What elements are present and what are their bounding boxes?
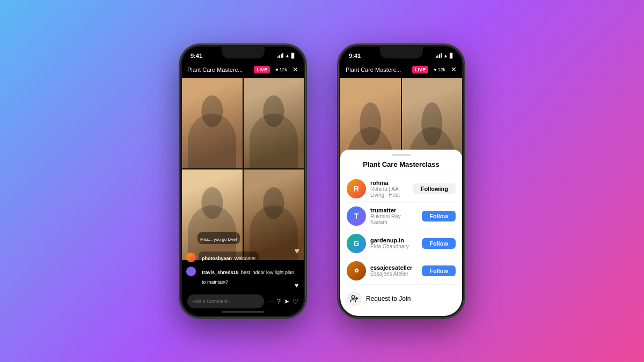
user-info-essajees: essajeesatelier Essajees Atelier	[370, 264, 418, 277]
close-btn-1[interactable]: ✕	[292, 65, 298, 73]
user-row-trumatter: T trumatter Rukmini Ray Kadam Follow	[347, 203, 456, 230]
avatar-rohina: R	[347, 179, 366, 198]
handle-essajees: essajeesatelier	[370, 264, 418, 271]
live-title-2: Plant Care Masterc...	[346, 67, 401, 73]
follow-btn-trumatter[interactable]: Follow	[422, 211, 456, 221]
notch-2	[380, 47, 423, 58]
request-join[interactable]: Request to Join	[340, 287, 462, 311]
viewer-number-1: 12k	[279, 67, 287, 72]
handle-rohina: rohina	[370, 180, 409, 186]
comment-input-1[interactable]	[187, 294, 264, 308]
video-cell-3: Miss... you go Live!	[182, 169, 243, 260]
request-join-icon	[347, 291, 362, 306]
avatar-trumatter: T	[347, 206, 366, 226]
subtitle-rohina: Rohina | AA Living · Host	[370, 186, 409, 198]
send-icon[interactable]: ➤	[284, 298, 289, 305]
battery-icon-2: ▊	[450, 53, 453, 58]
heart-icon-comment: ♥	[295, 282, 298, 289]
svg-point-0	[352, 295, 354, 298]
comment-2: travis_shreds18 best indoor low light pl…	[186, 265, 299, 287]
commenter-avatar-1	[186, 253, 196, 262]
user-info-rohina: rohina Rohina | AA Living · Host	[370, 180, 409, 198]
follow-btn-gardenup[interactable]: Follow	[422, 238, 456, 249]
subtitle-trumatter: Rukmini Ray Kadam	[370, 213, 418, 225]
wifi-icon-1: ▲	[285, 53, 290, 58]
comment-message-1: Welcome!	[234, 256, 255, 261]
phone-1: 9:41 ▲ ▊ Plant Care Masterc... LIVE ♥ 12…	[180, 45, 306, 318]
phone-1-screen: 9:41 ▲ ▊ Plant Care Masterc... LIVE ♥ 12…	[182, 47, 304, 316]
sheet-handle	[392, 154, 411, 156]
person-1-silhouette	[182, 78, 243, 168]
person-2-silhouette	[244, 78, 304, 168]
person-3-silhouette	[182, 169, 243, 260]
notch-1	[222, 47, 265, 58]
live-badge-2: LIVE	[412, 66, 428, 73]
phone-2-screen: 9:41 ▲ ▊ Plant Care Masterc... LIVE ♥ 12…	[340, 47, 462, 316]
user-row-rohina: R rohina Rohina | AA Living · Host Follo…	[347, 175, 456, 203]
battery-icon-1: ▊	[291, 53, 295, 58]
bottom-icons-1: ? ➤ ♡	[277, 298, 298, 305]
status-icons-1: ▲ ▊	[277, 53, 295, 58]
bottom-bar-1: ··· ? ➤ ♡	[182, 291, 304, 312]
subtitle-gardenup: Ekta Chaudhary	[370, 243, 418, 249]
video-cell-4: ♥	[244, 169, 304, 260]
viewer-count-1: ♥ 12k	[273, 66, 290, 73]
status-time-2: 9:41	[349, 53, 361, 59]
wifi-icon-2: ▲	[443, 53, 448, 58]
close-btn-2[interactable]: ✕	[451, 65, 457, 73]
overlay-text: Miss... you go Live!	[200, 237, 237, 242]
viewer-number-2: 12k	[437, 67, 445, 72]
video-grid-1: Miss... you go Live! ♥	[182, 78, 304, 260]
request-join-label: Request to Join	[366, 295, 411, 302]
sheet-title: Plant Care Masterclass	[340, 158, 462, 173]
video-cell-2	[244, 78, 304, 168]
heart-viewer-icon-2: ♥	[434, 67, 436, 72]
user-row-gardenup: G gardenup.in Ekta Chaudhary Follow	[347, 230, 456, 257]
subtitle-essajees: Essajees Atelier	[370, 271, 418, 277]
user-info-trumatter: trumatter Rukmini Ray Kadam	[370, 207, 418, 225]
signal-icon-2	[436, 54, 442, 58]
commenter-avatar-2	[186, 267, 196, 276]
follow-btn-essajees[interactable]: Follow	[422, 265, 456, 276]
comment-1: photosbyean Welcome!	[186, 252, 299, 263]
signal-icon-1	[277, 54, 283, 58]
more-icon-1[interactable]: ···	[268, 298, 273, 304]
avatar-essajees: ✿	[347, 261, 366, 280]
live-badge-area-1: LIVE ♥ 12k ✕	[254, 65, 298, 73]
commenter-name-1: photosbyean	[202, 256, 232, 261]
question-icon[interactable]: ?	[277, 298, 281, 305]
user-list: R rohina Rohina | AA Living · Host Follo…	[340, 173, 462, 287]
live-badge-1: LIVE	[254, 66, 270, 73]
status-icons-2: ▲ ▊	[436, 53, 453, 58]
status-time-1: 9:41	[191, 53, 202, 59]
bottom-sheet: Plant Care Masterclass R rohina Rohina |…	[340, 150, 462, 316]
commenter-name-2: travis_shreds18	[202, 270, 239, 275]
comment-text-1: photosbyean Welcome!	[199, 252, 259, 263]
video-cell-1	[182, 78, 243, 168]
comment-text-2: travis_shreds18 best indoor low light pl…	[199, 265, 299, 287]
viewer-count-2: ♥ 12k	[431, 66, 448, 73]
handle-gardenup: gardenup.in	[370, 237, 418, 243]
handle-trumatter: trumatter	[370, 207, 418, 213]
user-info-gardenup: gardenup.in Ekta Chaudhary	[370, 237, 418, 249]
live-title-1: Plant Care Masterc...	[187, 67, 243, 73]
live-header-2: Plant Care Masterc... LIVE ♥ 12k ✕	[340, 62, 462, 78]
following-btn-rohina[interactable]: Following	[413, 183, 456, 194]
heart-bottom-icon[interactable]: ♡	[292, 298, 298, 305]
avatar-gardenup: G	[347, 234, 366, 253]
live-badge-area-2: LIVE ♥ 12k ✕	[412, 65, 457, 73]
phone-2: 9:41 ▲ ▊ Plant Care Masterc... LIVE ♥ 12…	[338, 45, 464, 318]
live-header-1: Plant Care Masterc... LIVE ♥ 12k ✕	[182, 62, 304, 78]
comments-overlay-1: photosbyean Welcome! travis_shreds18 bes…	[182, 252, 304, 289]
user-row-essajees: ✿ essajeesatelier Essajees Atelier Follo…	[347, 257, 456, 285]
heart-viewer-icon: ♥	[275, 67, 278, 72]
